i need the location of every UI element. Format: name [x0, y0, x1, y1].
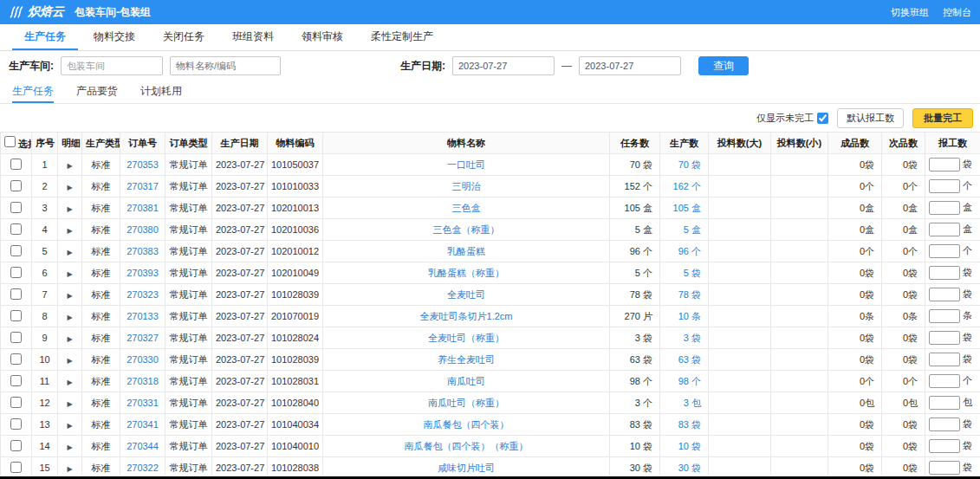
expand-row-icon[interactable]: ▶ [67, 379, 72, 386]
expand-row-icon[interactable]: ▶ [67, 357, 72, 365]
row-select-checkbox[interactable] [10, 288, 22, 300]
tab-team-data[interactable]: 班组资料 [220, 24, 286, 50]
order-number-link[interactable]: 270133 [120, 306, 165, 327]
report-count-input[interactable] [929, 158, 960, 172]
order-number-link[interactable]: 270323 [120, 284, 165, 306]
order-number-link[interactable]: 270330 [120, 349, 165, 371]
expand-row-icon[interactable]: ▶ [67, 422, 72, 430]
expand-row-icon[interactable]: ▶ [67, 465, 72, 473]
report-count-input[interactable] [929, 439, 960, 453]
report-count-input[interactable] [929, 266, 960, 280]
material-name-link[interactable]: 一口吐司 [323, 154, 610, 176]
row-select-checkbox[interactable] [10, 310, 22, 321]
only-unfinished-checkbox[interactable] [817, 113, 828, 124]
row-select-checkbox[interactable] [10, 245, 22, 256]
expand-row-icon[interactable]: ▶ [67, 292, 72, 300]
date-from-input[interactable] [452, 56, 555, 75]
report-count-input[interactable] [929, 288, 960, 301]
material-name-link[interactable]: 南瓜吐司（称重） [323, 392, 610, 414]
expand-row-icon[interactable]: ▶ [67, 249, 72, 256]
expand-row-icon[interactable]: ▶ [67, 335, 72, 343]
material-name-link[interactable]: 咸味切片吐司 [323, 457, 610, 479]
row-select-checkbox[interactable] [10, 223, 22, 235]
row-select-checkbox[interactable] [10, 159, 22, 170]
select-all-checkbox[interactable] [4, 136, 16, 147]
report-count-input[interactable] [929, 353, 960, 366]
order-number-link[interactable]: 270353 [120, 154, 165, 176]
material-name-link[interactable]: 南瓜餐包（四个装） [323, 414, 610, 436]
batch-complete-button[interactable]: 批量完工 [912, 108, 973, 128]
row-select-checkbox[interactable] [10, 332, 22, 343]
order-number-link[interactable]: 270318 [120, 371, 165, 392]
row-feed-small [771, 436, 828, 457]
expand-row-icon[interactable]: ▶ [67, 184, 72, 191]
switch-group-link[interactable]: 切换班组 [891, 6, 929, 19]
order-number-link[interactable]: 270381 [120, 197, 165, 219]
material-name-link[interactable]: 三明治 [323, 176, 610, 197]
material-name-link[interactable]: 乳酪蛋糕 [323, 241, 610, 262]
material-name-link[interactable]: 南瓜餐包（四个装）（称重） [323, 436, 610, 457]
row-select-checkbox[interactable] [10, 397, 22, 408]
order-number-link[interactable]: 270327 [120, 327, 165, 349]
default-report-count-button[interactable]: 默认报工数 [837, 108, 904, 128]
row-select-checkbox[interactable] [10, 440, 22, 451]
row-select-checkbox[interactable] [10, 180, 22, 191]
order-number-link[interactable]: 270383 [120, 241, 165, 262]
material-name-link[interactable]: 乳酪蛋糕（称重） [323, 262, 610, 284]
report-count-input[interactable] [929, 331, 960, 345]
subtab-production-tasks[interactable]: 生产任务 [12, 81, 54, 103]
report-count-input[interactable] [929, 223, 960, 236]
expand-row-icon[interactable]: ▶ [67, 400, 72, 408]
report-count-input[interactable] [929, 309, 960, 323]
tab-flexible-production[interactable]: 柔性定制生产 [359, 24, 445, 50]
row-select-checkbox[interactable] [10, 353, 22, 365]
order-number-link[interactable]: 270344 [120, 436, 165, 457]
material-name-link[interactable]: 全麦吐司条切片1.2cm [323, 306, 610, 327]
material-name-link[interactable]: 全麦吐司 [323, 284, 610, 306]
material-name-link[interactable]: 养生全麦吐司 [323, 349, 610, 371]
order-number-link[interactable]: 270341 [120, 414, 165, 436]
row-select-checkbox[interactable] [10, 267, 22, 278]
report-count-input[interactable] [929, 461, 960, 475]
tab-material-handover[interactable]: 物料交接 [81, 24, 147, 50]
tab-production-tasks[interactable]: 生产任务 [12, 24, 78, 50]
row-select-checkbox[interactable] [10, 375, 22, 386]
order-number-link[interactable]: 270393 [120, 262, 165, 284]
order-number-link[interactable]: 270331 [120, 392, 165, 414]
row-prod-date: 2023-07-27 [212, 457, 268, 479]
report-count-input[interactable] [929, 418, 960, 431]
report-count-input[interactable] [929, 244, 960, 258]
console-link[interactable]: 控制台 [943, 6, 971, 19]
row-select-checkbox[interactable] [10, 418, 22, 430]
only-unfinished-toggle[interactable]: 仅显示未完工 [756, 112, 828, 125]
material-name-link[interactable]: 南瓜吐司 [323, 371, 610, 392]
tab-close-tasks[interactable]: 关闭任务 [151, 24, 217, 50]
report-count-input[interactable] [929, 201, 960, 215]
expand-row-icon[interactable]: ▶ [67, 314, 72, 321]
report-count-input[interactable] [929, 179, 960, 193]
expand-row-icon[interactable]: ▶ [67, 205, 72, 213]
row-select-checkbox[interactable] [10, 462, 22, 473]
report-count-input[interactable] [929, 396, 960, 410]
row-select-checkbox[interactable] [10, 202, 22, 213]
material-search-input[interactable] [170, 56, 281, 75]
subtab-planned-consumption[interactable]: 计划耗用 [140, 81, 182, 103]
expand-row-icon[interactable]: ▶ [67, 162, 72, 170]
workshop-input[interactable] [61, 56, 163, 75]
material-name-link[interactable]: 三色盒 [323, 197, 610, 219]
row-feed-small [771, 349, 828, 371]
expand-row-icon[interactable]: ▶ [67, 443, 72, 451]
expand-row-icon[interactable]: ▶ [67, 227, 72, 235]
order-number-link[interactable]: 270380 [120, 219, 165, 241]
query-button[interactable]: 查询 [698, 56, 749, 75]
subtab-product-demand[interactable]: 产品要货 [76, 81, 118, 103]
order-number-link[interactable]: 270317 [120, 176, 165, 197]
tab-requisition-review[interactable]: 领料审核 [289, 24, 355, 50]
row-material-code: 102010036 [268, 219, 323, 241]
expand-row-icon[interactable]: ▶ [67, 270, 72, 278]
date-to-input[interactable] [579, 56, 681, 75]
report-count-input[interactable] [929, 374, 960, 388]
order-number-link[interactable]: 270322 [120, 457, 165, 479]
material-name-link[interactable]: 三色盒（称重） [323, 219, 610, 241]
material-name-link[interactable]: 全麦吐司（称重） [323, 327, 610, 349]
